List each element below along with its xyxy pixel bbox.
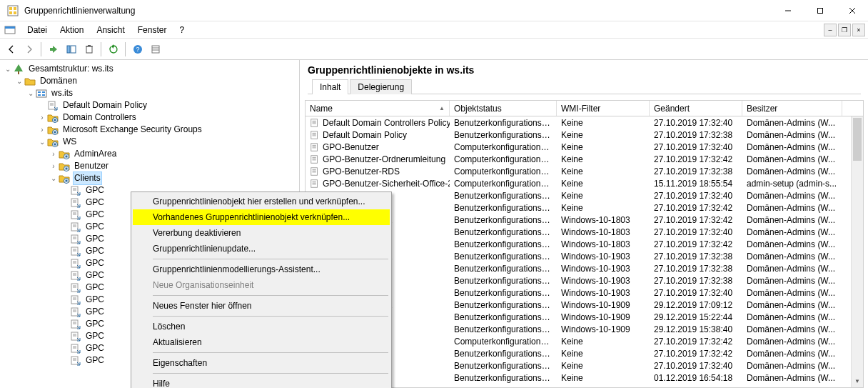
ctx-modeling-wizard[interactable]: Gruppenrichtlinienmodellierungs-Assisten… bbox=[133, 262, 390, 277]
svg-rect-21 bbox=[18, 71, 19, 74]
cell-owner: Domänen-Admins (W... bbox=[742, 130, 842, 140]
list-item[interactable]: Default Domain PolicyBenutzerkonfigurati… bbox=[306, 129, 863, 141]
tree-node-label: GPC bbox=[84, 282, 106, 294]
tree-node-label: GPC bbox=[84, 342, 106, 354]
tree-node-label: GPC bbox=[84, 257, 106, 269]
ctx-delete[interactable]: Löschen bbox=[133, 319, 390, 334]
delete-button[interactable] bbox=[81, 41, 97, 57]
expand-icon[interactable]: › bbox=[49, 148, 59, 160]
expand-icon[interactable]: › bbox=[37, 124, 47, 136]
refresh-button[interactable] bbox=[105, 41, 121, 57]
tree-default-domain-policy[interactable]: Default Domain Policy bbox=[3, 99, 299, 111]
cell-changed: 27.10.2019 17:32:40 bbox=[650, 361, 742, 371]
svg-rect-41 bbox=[66, 179, 68, 181]
cell-owner: Domänen-Admins (W... bbox=[742, 324, 842, 334]
mdi-minimize-button[interactable]: – bbox=[824, 24, 837, 36]
expand-icon[interactable]: ⌄ bbox=[49, 172, 59, 184]
expand-icon[interactable]: ⌄ bbox=[14, 75, 24, 87]
cell-name: Default Domain Controllers Policy bbox=[323, 118, 450, 128]
expand-icon[interactable]: › bbox=[37, 111, 47, 124]
tree-domain-controllers[interactable]: ›Domain Controllers bbox=[3, 111, 299, 124]
menu-view[interactable]: Ansicht bbox=[91, 24, 130, 36]
svg-rect-6 bbox=[817, 8, 822, 13]
ctx-new-window[interactable]: Neues Fenster hier öffnen bbox=[133, 298, 390, 314]
tree-ws[interactable]: ⌄WS bbox=[3, 136, 299, 148]
menu-help[interactable]: ? bbox=[173, 24, 190, 36]
ctx-help[interactable]: Hilfe bbox=[133, 376, 390, 388]
up-button[interactable] bbox=[45, 41, 61, 57]
forward-button[interactable] bbox=[21, 41, 37, 57]
help-button[interactable]: ? bbox=[129, 41, 146, 57]
cell-owner: Domänen-Admins (W... bbox=[742, 252, 842, 262]
ctx-create-gpo[interactable]: Gruppenrichtlinienobjekt hier erstellen … bbox=[133, 194, 390, 209]
details-title: Gruppenrichtlinienobjekte in ws.its bbox=[308, 64, 861, 76]
ctx-block-inheritance[interactable]: Vererbung deaktivieren bbox=[133, 225, 390, 241]
properties-button[interactable] bbox=[147, 41, 163, 57]
tree-clients[interactable]: ⌄Clients bbox=[3, 172, 299, 184]
list-item[interactable]: GPO-Benutzer-OrdnerumleitungComputerkonf… bbox=[306, 153, 863, 165]
cell-changed: 27.10.2019 17:32:42 bbox=[650, 154, 742, 164]
tree-domains[interactable]: ⌄Domänen bbox=[3, 75, 299, 87]
mdi-close-button[interactable]: × bbox=[852, 24, 865, 36]
mdi-restore-button[interactable]: ❐ bbox=[838, 24, 851, 36]
scroll-thumb[interactable] bbox=[853, 118, 862, 161]
menu-action[interactable]: Aktion bbox=[54, 24, 89, 36]
tree-forest[interactable]: ⌄Gesamtstruktur: ws.its bbox=[3, 63, 299, 75]
maximize-button[interactable] bbox=[804, 0, 836, 21]
tree-benutzer[interactable]: ›Benutzer bbox=[3, 160, 299, 172]
ctx-gpupdate[interactable]: Gruppenrichtlinienupdate... bbox=[133, 241, 390, 257]
cell-changed: 27.10.2019 17:32:42 bbox=[650, 239, 742, 249]
tree-node-label: GPC bbox=[84, 354, 106, 367]
col-wmi[interactable]: WMI-Filter bbox=[557, 101, 650, 116]
list-item[interactable]: GPO-Benutzer-Sicherheit-Office-2016Compu… bbox=[306, 177, 863, 189]
tree-node-label: Clients bbox=[73, 171, 102, 185]
column-headers[interactable]: Name▲ Objektstatus WMI-Filter Geändert B… bbox=[306, 101, 863, 116]
tree-adminarea[interactable]: ›AdminArea bbox=[3, 148, 299, 160]
minimize-button[interactable] bbox=[772, 0, 804, 21]
cell-owner: Domänen-Admins (W... bbox=[742, 154, 842, 164]
menu-window[interactable]: Fenster bbox=[132, 24, 173, 36]
cell-owner: Domänen-Admins (W... bbox=[742, 300, 842, 310]
cell-owner: Domänen-Admins (W... bbox=[742, 227, 842, 237]
expand-icon[interactable]: ⌄ bbox=[3, 63, 13, 75]
cell-changed: 27.10.2019 17:32:38 bbox=[650, 264, 742, 274]
list-item[interactable]: GPO-Benutzer-RDSComputerkonfigurationsei… bbox=[306, 165, 863, 177]
expand-icon[interactable]: ⌄ bbox=[37, 136, 47, 148]
list-item[interactable]: GPO-BenutzerComputerkonfigurationsein...… bbox=[306, 141, 863, 153]
scroll-down-icon[interactable]: ▼ bbox=[852, 375, 863, 387]
svg-rect-33 bbox=[54, 131, 56, 133]
ctx-link-existing-gpo[interactable]: Vorhandenes Gruppenrichtlinienobjekt ver… bbox=[133, 209, 390, 225]
cell-owner: Domänen-Admins (W... bbox=[742, 142, 842, 152]
cell-changed: 27.10.2019 17:32:42 bbox=[650, 203, 742, 213]
cell-status: Benutzerkonfigurationsein... bbox=[450, 130, 557, 140]
show-hide-tree-button[interactable] bbox=[63, 41, 79, 57]
cell-status: Computerkonfigurationsein... bbox=[450, 142, 557, 152]
col-status[interactable]: Objektstatus bbox=[450, 101, 557, 116]
close-button[interactable] bbox=[836, 0, 868, 21]
tree-node-label: GPC bbox=[84, 209, 106, 221]
gpo-icon bbox=[310, 154, 320, 164]
svg-rect-10 bbox=[5, 26, 15, 29]
ctx-properties[interactable]: Eigenschaften bbox=[133, 355, 390, 371]
scrollbar[interactable]: ▲ ▼ bbox=[851, 116, 863, 387]
col-changed[interactable]: Geändert bbox=[650, 101, 742, 116]
cell-status: Computerkonfigurationsein... bbox=[450, 337, 557, 347]
cell-owner: Domänen-Admins (W... bbox=[742, 288, 842, 298]
cell-wmi: Windows-10-1803 bbox=[557, 239, 650, 249]
tree-domain[interactable]: ⌄ws.its bbox=[3, 87, 299, 99]
cell-changed: 27.10.2019 17:32:42 bbox=[650, 337, 742, 347]
tree-mesg[interactable]: ›Microsoft Exchange Security Groups bbox=[3, 124, 299, 136]
ctx-refresh[interactable]: Aktualisieren bbox=[133, 334, 390, 350]
ctx-sep bbox=[153, 316, 388, 317]
col-owner[interactable]: Besitzer bbox=[742, 101, 842, 116]
tab-content[interactable]: Inhalt bbox=[312, 79, 348, 94]
tree-node-label: GPC bbox=[84, 306, 106, 318]
back-button[interactable] bbox=[3, 41, 19, 57]
menu-file[interactable]: Datei bbox=[21, 24, 53, 36]
tab-delegation[interactable]: Delegierung bbox=[350, 79, 412, 94]
cell-wmi: Windows-10-1903 bbox=[557, 288, 650, 298]
expand-icon[interactable]: ⌄ bbox=[26, 87, 36, 99]
expand-icon[interactable]: › bbox=[49, 160, 59, 172]
cell-owner: admin-setup (admin-s... bbox=[742, 179, 842, 189]
list-item[interactable]: Default Domain Controllers PolicyBenutze… bbox=[306, 116, 863, 129]
